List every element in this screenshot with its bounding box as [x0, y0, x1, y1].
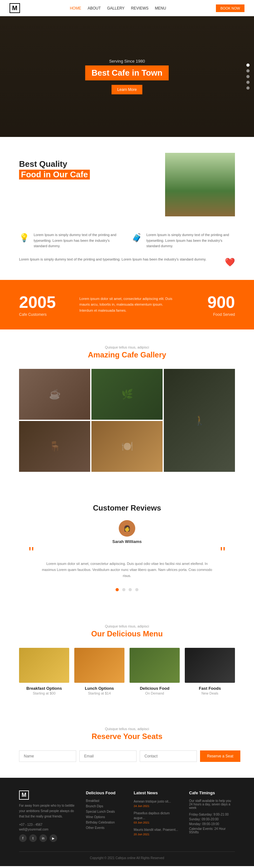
footer-phone: +07 - 123 - 4567: [19, 823, 76, 826]
reserve-name-input[interactable]: [19, 750, 76, 762]
menu-price-2: Starting at $14: [74, 691, 124, 695]
footer-timing-4: Calendar Events: 24 Hour 9Shifts: [189, 827, 235, 834]
footer-social-instagram[interactable]: in: [39, 834, 47, 842]
menu-grid: Breakfast Options Starting at $00 Lunch …: [19, 648, 235, 695]
footer-news-1: Aenean tristique justo sit... 24 Jun 202…: [134, 799, 180, 808]
about-section: Best Quality Food in Our Cafe: [0, 137, 254, 232]
stat-label-2: Food Served: [187, 312, 235, 317]
hero-learn-more-button[interactable]: Learn More: [112, 85, 142, 94]
book-now-button[interactable]: BOOK NOW: [216, 4, 245, 12]
menu-cat-2: Lunch Options: [74, 686, 124, 691]
feature-text-1: Lorem Ipsum is simply dummy text of the …: [34, 232, 122, 249]
nav-reviews[interactable]: REVIEWS: [131, 6, 148, 10]
footer-news-3: Mauris blandit vitae. Praesent... 20 Jun…: [134, 827, 180, 836]
hero-content: Serving Since 1980 Best Cafe in Town Lea…: [85, 59, 168, 94]
review-dot-3[interactable]: [129, 588, 132, 591]
hero-since: Serving Since 1980: [85, 59, 168, 64]
reviewer-name: Sarah Williams: [19, 539, 235, 544]
gallery-subtitle: Quisque tellus risus, adipisci: [19, 345, 235, 349]
hero-socials: [246, 64, 250, 90]
menu-image-4: [185, 648, 235, 683]
footer-social-facebook[interactable]: f: [19, 834, 27, 842]
footer-food-link-6[interactable]: Other Events: [86, 826, 124, 830]
review-content: " " Lorem ipsum dolor sit amet, consecte…: [19, 547, 235, 582]
review-text: Lorem ipsum dolor sit amet, consectetur …: [29, 558, 225, 582]
footer-news-1-text: Aenean tristique justo sit...: [134, 799, 180, 804]
nav-menu[interactable]: MENU: [155, 6, 166, 10]
footer-food-col: Delicious Food Breakfast Brunch Dips Spe…: [86, 790, 124, 842]
menu-subtitle: Quisque tellus risus, adipisci: [19, 624, 235, 628]
hero-title: Best Cafe in Town: [85, 65, 168, 81]
menu-price-4: New Deals: [185, 691, 235, 695]
reserve-contact-input[interactable]: [140, 750, 197, 762]
footer-copyright: Copyright © 2021 Cafejus online All Righ…: [19, 851, 235, 860]
footer-news-col: Latest News Aenean tristique justo sit..…: [134, 790, 180, 842]
review-dots: [19, 587, 235, 593]
footer-food-link-5[interactable]: Birthday Celebration: [86, 821, 124, 824]
hero-section: Serving Since 1980 Best Cafe in Town Lea…: [0, 16, 254, 137]
reviewer-avatar: 👩: [119, 520, 135, 537]
footer-food-link-4[interactable]: Wine Options: [86, 815, 124, 819]
reserve-section: Quisque tellus risus, adipisci Reserve Y…: [0, 711, 254, 778]
feature-item-1: 💡 Lorem Ipsum is simply dummy text of th…: [19, 232, 122, 249]
footer-food-title: Delicious Food: [86, 790, 124, 795]
gallery-cell-3: 🚶: [164, 369, 235, 472]
nav-links: HOME ABOUT GALLERY REVIEWS MENU: [70, 6, 166, 10]
feature-item-2: 🧳 Lorem Ipsum is simply dummy text of th…: [132, 232, 235, 249]
review-dot-4[interactable]: [135, 588, 138, 591]
about-image: [165, 153, 235, 216]
stat-label-1: Cafe Customers: [19, 312, 67, 317]
footer-about-text: Far away from people who try to belittle…: [19, 803, 76, 819]
footer-timing-1: Friday-Saturday: 9:00-21:00: [189, 813, 235, 816]
footer-news-1-date: 24 Jun 2021: [134, 804, 180, 808]
menu-cat-3: Delicious Food: [130, 686, 180, 691]
stat-food: 900 Food Served: [187, 292, 235, 317]
feature-text-3: Lorem Ipsum is simply dummy text of the …: [19, 257, 220, 262]
menu-image-2: [74, 648, 124, 683]
nav-home[interactable]: HOME: [70, 6, 81, 10]
social-dot-1: [246, 64, 250, 67]
feature-text-2: Lorem Ipsum is simply dummy text of the …: [146, 232, 235, 249]
footer-news-2-text: Phasellus dapibus dictum augue...: [134, 811, 180, 820]
feature-item-3: Lorem Ipsum is simply dummy text of the …: [19, 257, 235, 267]
about-title-line2: Food in Our Cafe: [19, 170, 90, 180]
review-dot-2[interactable]: [122, 588, 125, 591]
reviews-title: Customer Reviews: [19, 503, 235, 513]
feature-icon-2: 🧳: [132, 233, 142, 243]
footer-food-link-2[interactable]: Brunch Dips: [86, 804, 124, 808]
footer-social-twitter[interactable]: t: [29, 834, 37, 842]
review-dot-1[interactable]: [116, 588, 119, 591]
social-dot-4: [246, 81, 250, 84]
footer-grid: M Far away from people who try to belitt…: [19, 790, 235, 842]
gallery-title: Amazing Cafe Gallery: [19, 350, 235, 359]
reserve-form: Reserve a Seat: [19, 750, 235, 762]
nav-gallery[interactable]: GALLERY: [107, 6, 124, 10]
nav-about[interactable]: ABOUT: [88, 6, 101, 10]
footer-food-link-3[interactable]: Special Lunch Deals: [86, 810, 124, 813]
footer: M Far away from people who try to belitt…: [0, 778, 254, 866]
stat-number-1: 2005: [19, 292, 67, 312]
feature-icon-3: ❤️: [225, 257, 235, 267]
menu-image-3: [130, 648, 180, 683]
reserve-title: Reserve Your Seats: [19, 732, 235, 741]
reserve-subtitle: Quisque tellus risus, adipisci: [19, 727, 235, 731]
footer-news-title: Latest News: [134, 790, 180, 795]
stat-customers: 2005 Cafe Customers: [19, 292, 67, 317]
reserve-email-input[interactable]: [80, 750, 136, 762]
footer-food-link-1[interactable]: Breakfast: [86, 799, 124, 803]
reserve-seat-button[interactable]: Reserve a Seat: [200, 750, 240, 762]
footer-timing-2: Sunday: 09:00-20:00: [189, 817, 235, 821]
gallery-grid: ☕ 🌿 🚶 🪑 🍽️: [19, 369, 235, 472]
gallery-cell-4: 🪑: [19, 421, 90, 472]
footer-socials: f t in ▶: [19, 834, 76, 842]
quote-right-icon: ": [220, 547, 225, 558]
reviews-section: Customer Reviews 👩 Sarah Williams " " Lo…: [0, 488, 254, 609]
footer-timings-intro: Our staff available to help you 24 hours…: [189, 799, 235, 810]
menu-price-3: On Demand: [130, 691, 180, 695]
gallery-cell-2: 🌿: [91, 369, 163, 420]
stat-number-2: 900: [187, 292, 235, 312]
footer-logo: M: [19, 790, 29, 800]
menu-price-1: Starting at $00: [19, 691, 69, 695]
footer-social-youtube[interactable]: ▶: [50, 834, 57, 842]
menu-item-1: Breakfast Options Starting at $00: [19, 648, 69, 695]
